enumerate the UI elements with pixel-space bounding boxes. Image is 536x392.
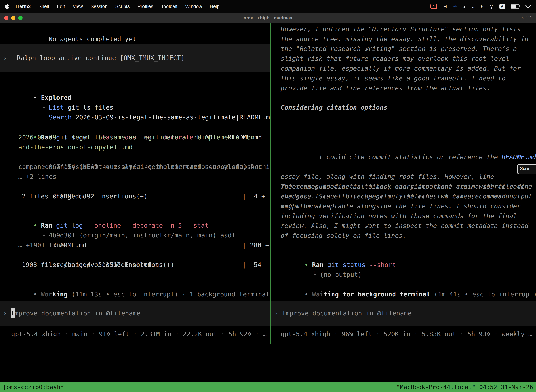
- tmux-host-clock: "MacBook-Pro-44.local" 04:52 31-Mar-26: [396, 382, 533, 392]
- text-cursor: I: [11, 308, 14, 318]
- waiting-status-line: • Waiting for background terminal (1m 41…: [274, 280, 536, 289]
- right-agent-pane: However, I noticed the "Directory Struct…: [271, 23, 536, 344]
- half-circle-icon[interactable]: ◑: [463, 4, 466, 9]
- wifi-icon[interactable]: [525, 4, 531, 9]
- menu-item-iterm2[interactable]: iTerm2: [12, 4, 35, 9]
- menu-item-shell[interactable]: Shell: [35, 4, 53, 9]
- terminal-content: └ No agents completed yet ›Ralph loop ac…: [0, 23, 536, 392]
- explored-header: • Explored: [3, 83, 270, 93]
- spark-icon[interactable]: ✳: [453, 4, 457, 9]
- readme-file-reference[interactable]: README.md: [502, 153, 536, 160]
- screen-recording-icon[interactable]: [431, 4, 437, 9]
- diffstat-row: src/voice/voiceModeEnabled.ts| 54 +: [22, 250, 270, 260]
- more-lines-indicator: … +2 lines: [18, 172, 270, 182]
- git-status-output: └ (no output): [282, 260, 536, 270]
- diffstat-row: README.md| 280 +: [22, 230, 270, 240]
- tree-branch-glyph: └: [312, 271, 320, 278]
- menu-item-session[interactable]: Session: [87, 4, 111, 9]
- bullet-icon: •: [304, 290, 312, 298]
- prompt-chevron: ›: [3, 53, 7, 63]
- omx-status-bar: [OMX#0.11.9] cczip/essay/ai-reimplementa…: [0, 349, 536, 359]
- menu-item-profiles[interactable]: Profiles: [134, 4, 157, 9]
- model-status-line: gpt-5.4 xhigh · 96% left · 520K in · 5.8…: [281, 329, 536, 339]
- window-title: omx --xhigh --madmax: [0, 15, 536, 20]
- window-title-bar: omx --xhigh --madmax ⌥⌘1: [0, 13, 536, 23]
- thinking-heading: Considering citation options: [281, 103, 536, 112]
- diffstat-row: README.md| 4 +: [22, 182, 270, 191]
- menu-bar-status-icons: ⊞ ✳ ◑ ⠿ 8 ◎ A: [431, 4, 531, 9]
- ran-git-status-command: • Ran git status --short: [274, 250, 536, 260]
- window-shortcut-indicator: ⌥⌘1: [520, 15, 536, 20]
- model-status-line: gpt-5.4 xhigh · main · 91% left · 2.31M …: [11, 329, 270, 339]
- input-source-icon[interactable]: A: [499, 4, 505, 9]
- macos-menu-bar: iTerm2 Shell Edit View Session Scripts P…: [0, 0, 536, 13]
- diffstat-summary: 2 files changed, 92 insertions(+): [22, 191, 270, 201]
- screen-edge-button[interactable]: Scre: [517, 164, 536, 174]
- explored-list-line: └ List git ls-files: [10, 93, 270, 103]
- menu-item-scripts[interactable]: Scripts: [111, 4, 134, 9]
- composer-input[interactable]: › Improve documentation in @filename: [271, 301, 536, 326]
- prompt-chevron: ›: [274, 308, 282, 318]
- composer-input[interactable]: › Improve documentation in @filename: [0, 301, 270, 326]
- screen: iTerm2 Shell Edit View Session Scripts P…: [0, 0, 536, 392]
- keycap-icon[interactable]: 8: [481, 4, 483, 9]
- git-show-output-2: companion analysis without altering the …: [18, 162, 270, 172]
- dots-grid-icon[interactable]: ⠿: [472, 4, 475, 9]
- menu-item-help[interactable]: Help: [206, 4, 224, 9]
- thinking-paragraph: However, I noticed the "Directory Struct…: [281, 24, 536, 93]
- command-arg-wrap-1: 2026-03-09-is-legal-the-same-as-legitima…: [18, 132, 270, 142]
- target-icon[interactable]: ◎: [489, 4, 493, 9]
- menu-item-toolbelt[interactable]: Toolbelt: [157, 4, 181, 9]
- menu-item-window[interactable]: Window: [181, 4, 206, 9]
- left-agent-pane: └ No agents completed yet ›Ralph loop ac…: [0, 23, 270, 344]
- git-log-output-1: └ 4b9d30f (origin/main, instructkr/main,…: [10, 221, 270, 230]
- menu-item-view[interactable]: View: [69, 4, 87, 9]
- thinking-paragraph: The team guideline is to back every impo…: [281, 182, 536, 241]
- agents-status-line: └ No agents completed yet: [10, 24, 270, 34]
- working-status-line: • Working (11m 13s • esc to interrupt) ·…: [3, 280, 270, 289]
- prompt-chevron: ›: [3, 308, 11, 318]
- diffstat-summary: 1903 files changed, 513517 insertions(+): [22, 260, 270, 270]
- explored-search-line: Search 2026-03-09-is-legal-the-same-as-l…: [18, 103, 270, 112]
- tree-branch-glyph: └: [41, 35, 48, 42]
- window-grid-icon[interactable]: ⊞: [443, 4, 447, 9]
- git-show-output-1: └ 067f154 (HEAD -> essay/ai-reimplementa…: [10, 152, 270, 162]
- ran-git-show-command: • Ran git show --stat --oneline --decora…: [3, 123, 270, 132]
- command-arg-wrap-2: and-the-erosion-of-copyleft.md: [18, 142, 270, 152]
- more-lines-indicator: … +1901 lines: [18, 240, 270, 250]
- ralph-loop-banner: ›Ralph loop active continue [OMX_TMUX_IN…: [0, 44, 270, 72]
- tmux-session-window[interactable]: [omx-cczip0:bash*: [3, 382, 64, 392]
- battery-icon[interactable]: [511, 4, 519, 9]
- ran-git-log-command: • Ran git log --oneline --decorate -n 5 …: [3, 211, 270, 221]
- tmux-status-bar: [omx-cczip0:bash* "MacBook-Pro-44.local"…: [0, 382, 536, 392]
- apple-menu-icon[interactable]: [5, 4, 10, 9]
- menu-item-edit[interactable]: Edit: [53, 4, 69, 9]
- bullet-icon: •: [33, 290, 41, 298]
